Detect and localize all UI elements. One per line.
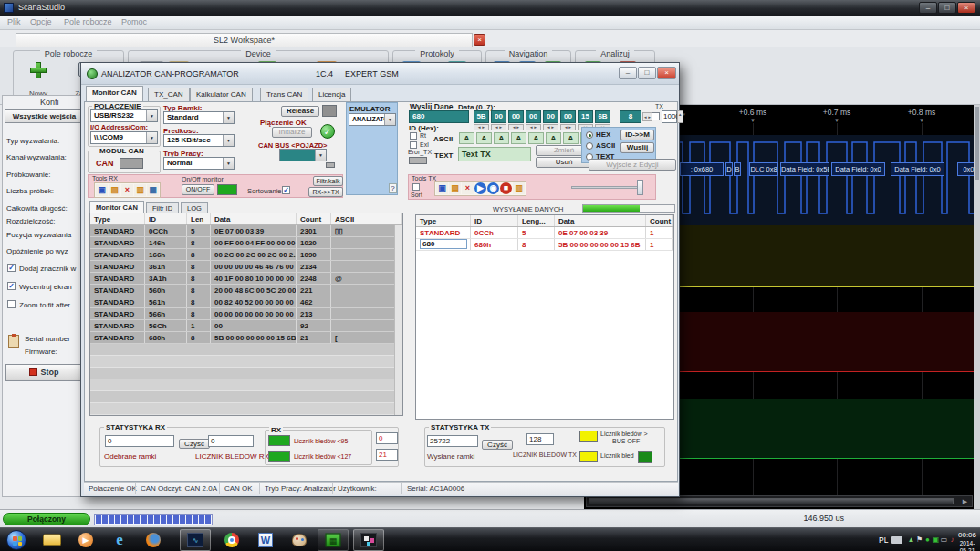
- tx-id-field[interactable]: 680: [409, 110, 469, 123]
- text-tx-field[interactable]: Text TX: [458, 147, 531, 161]
- interface-combo[interactable]: USB/RS232▼: [90, 109, 158, 122]
- tab-trans-can[interactable]: Trans CAN: [260, 88, 308, 101]
- table-row[interactable]: STANDARD560h820 00 48 6C 00 5C 20 00221: [90, 285, 402, 296]
- analyzer-titlebar[interactable]: ANALIZATOR CAN-PROGRAMATOR 1C.4 EXPERT G…: [81, 63, 679, 85]
- taskbar-dark-app[interactable]: [353, 529, 384, 551]
- menu-item-pomoc[interactable]: Pomoc: [121, 17, 147, 26]
- mode-combo[interactable]: Normal▼: [163, 157, 235, 170]
- hex-radio[interactable]: [586, 131, 593, 139]
- open-folder-icon[interactable]: ▤: [449, 182, 461, 194]
- table-row[interactable]: STANDARD561h800 82 40 52 00 00 00 00462: [90, 296, 402, 308]
- rt-checkbox[interactable]: [410, 132, 417, 140]
- byte-stepper[interactable]: ◄►: [474, 124, 489, 130]
- close-button[interactable]: ×: [957, 2, 975, 14]
- tray-update-icon[interactable]: ▲: [907, 535, 915, 544]
- config-checkbox[interactable]: [7, 300, 16, 308]
- table-row[interactable]: 680680h85B 00 00 00 00 00 15 6B1: [416, 239, 673, 251]
- stop-circle-icon[interactable]: ■: [500, 182, 512, 194]
- ascii-radio[interactable]: [586, 142, 593, 150]
- tx-column-header[interactable]: ID: [471, 215, 518, 226]
- menu-item-pole-robocze[interactable]: Pole robocze: [64, 17, 112, 26]
- tx-sort-checkbox[interactable]: [412, 183, 420, 191]
- byte-stepper[interactable]: ◄►: [560, 124, 576, 130]
- workspace-tab-close-icon[interactable]: ×: [474, 34, 485, 46]
- com-port-combo[interactable]: \\.\COM9▼: [90, 131, 158, 144]
- taskbar-paint[interactable]: [284, 529, 315, 551]
- taskbar-firefox[interactable]: [138, 529, 169, 551]
- byte-stepper[interactable]: ◄►: [543, 124, 558, 130]
- tx-column-header[interactable]: Data: [555, 215, 646, 226]
- tx-column-header[interactable]: Count: [646, 215, 673, 226]
- ascii-field[interactable]: A: [459, 132, 474, 144]
- config-checkbox[interactable]: ✓: [7, 282, 16, 290]
- can-bus-combo[interactable]: ▼: [279, 149, 327, 161]
- emulator-combo[interactable]: ANALIZATOR▼: [349, 113, 396, 126]
- wyslij-button[interactable]: Wuslij: [620, 142, 654, 153]
- ascii-field[interactable]: A: [476, 132, 492, 144]
- scrollbar-thumb[interactable]: [975, 107, 979, 180]
- delete-icon[interactable]: ×: [121, 184, 133, 196]
- filtr-kalk-button[interactable]: Filtr/kalk: [313, 176, 343, 186]
- taskbar-word[interactable]: W: [250, 529, 281, 551]
- ascii-field[interactable]: A: [563, 132, 579, 144]
- taskbar-media-player[interactable]: ▶: [70, 529, 101, 551]
- byte-stepper[interactable]: ◄►: [526, 124, 541, 130]
- tab-licencja[interactable]: Licencja: [312, 88, 351, 101]
- byte-stepper[interactable]: ◄►: [491, 124, 506, 130]
- taskbar-can-tool[interactable]: ▦: [318, 529, 349, 551]
- delete-icon[interactable]: ×: [462, 182, 474, 194]
- tx-checkbox[interactable]: [652, 112, 660, 120]
- rx-column-header[interactable]: ASCII: [331, 213, 402, 224]
- tray-flag-icon[interactable]: ⚑: [915, 535, 923, 544]
- table-row[interactable]: STANDARD146h800 FF 00 04 FF 00 00 001020: [90, 237, 402, 249]
- save-icon[interactable]: ▣: [96, 184, 108, 196]
- initialize-button[interactable]: Initialize: [272, 127, 312, 138]
- tx-byte-field[interactable]: 5B: [474, 110, 489, 123]
- table-row[interactable]: STANDARD166h800 2C 00 2C 00 2C 00 2...10…: [90, 249, 402, 261]
- rx-frames-field[interactable]: 0: [105, 435, 174, 447]
- table-row[interactable]: STANDARD0CCh50E 07 00 03 392301▯▯: [90, 225, 402, 237]
- tray-clock[interactable]: 00:062014-05-21: [956, 531, 978, 551]
- taskbar-scanastudio[interactable]: ∿: [180, 529, 211, 551]
- rx-column-header[interactable]: ID: [145, 213, 187, 224]
- table-row[interactable]: STANDARD3A1h840 1F 00 80 10 00 00 002248…: [90, 273, 402, 285]
- minimize-button[interactable]: –: [919, 2, 937, 14]
- exit-edit-button[interactable]: Wyjscie z Edycji: [589, 159, 676, 171]
- table-row[interactable]: STANDARD0CCh50E 07 00 03 391: [416, 227, 673, 239]
- lt95-value-field[interactable]: 0: [376, 432, 398, 444]
- tab-kalkulator-can[interactable]: Kalkulator CAN: [190, 88, 253, 101]
- tx-byte-field[interactable]: 6B: [595, 110, 610, 123]
- sort-checkbox[interactable]: ✓: [282, 186, 290, 194]
- rx-errors-field[interactable]: 0: [208, 435, 254, 447]
- rx-column-header[interactable]: Type: [90, 213, 145, 224]
- analyzer-maximize-button[interactable]: □: [638, 67, 656, 79]
- byte-stepper[interactable]: ◄►: [508, 124, 524, 130]
- maximize-button[interactable]: □: [938, 2, 956, 14]
- table-row[interactable]: STANDARD361h800 00 00 00 46 46 76 002134: [90, 261, 402, 273]
- tx-dlc-field[interactable]: 8: [620, 110, 641, 123]
- taskbar-internet-explorer[interactable]: e: [104, 529, 135, 551]
- tx-byte-field[interactable]: 00: [560, 110, 576, 123]
- workspace-tab[interactable]: SL2 Workspace*: [16, 33, 473, 47]
- stop-button[interactable]: Stop: [5, 364, 82, 381]
- exl-checkbox[interactable]: [410, 141, 417, 149]
- rx-tab-monitor[interactable]: Monitor CAN: [89, 201, 144, 213]
- tab-monitor-can[interactable]: Monitor CAN: [86, 86, 143, 101]
- rx-clear-button[interactable]: Czyść: [179, 439, 210, 449]
- archive-icon[interactable]: ▥: [513, 182, 525, 194]
- tx-count-stepper[interactable]: ▲▼: [677, 110, 683, 123]
- battery-icon[interactable]: ▭: [940, 535, 948, 544]
- lt127-value-field[interactable]: 21: [376, 449, 398, 461]
- ascii-field[interactable]: A: [528, 132, 544, 144]
- keyboard-icon[interactable]: [891, 536, 902, 544]
- table-row[interactable]: STANDARD56Ch10092: [90, 320, 402, 332]
- speed-combo[interactable]: 125 KBit/sec▼: [163, 134, 235, 147]
- play-icon[interactable]: ▶: [474, 182, 486, 194]
- rx-to-tx-button[interactable]: RX->>TX: [308, 187, 343, 197]
- table-row[interactable]: STANDARD566h800 00 00 00 00 00 00 00213: [90, 308, 402, 320]
- ascii-field[interactable]: A: [511, 132, 526, 144]
- onoff-button[interactable]: ON/OFF: [182, 184, 214, 195]
- rx-column-header[interactable]: Len: [187, 213, 211, 224]
- tx-byte-field[interactable]: 15: [578, 110, 593, 123]
- all-inputs-button[interactable]: Wszystkie wejścia: [5, 109, 84, 123]
